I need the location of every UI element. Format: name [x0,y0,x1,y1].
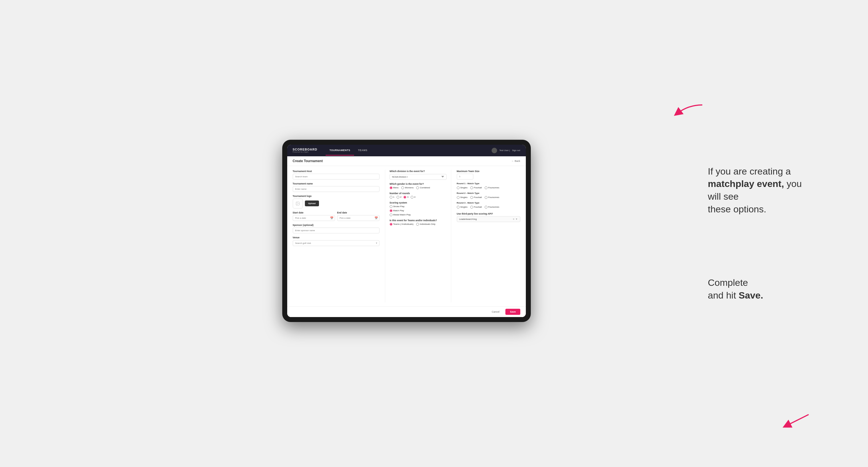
round1-fourball-label: Fourball [474,186,482,189]
round1-singles-label: Singles [460,186,468,189]
venue-input[interactable] [293,240,379,246]
round3-fourball[interactable]: Fourball [470,206,482,209]
cancel-button[interactable]: Cancel [488,309,503,315]
nav-user-area: Test User | Sign out [492,148,520,153]
teams-radio-group: Teams (+Individuals) Individuals Only [390,223,446,226]
round1-options: Singles Fourball Foursomes [457,186,520,189]
tablet-screen: SCOREBOARD Powered by clippit TOURNAMENT… [287,145,526,317]
round2-foursomes[interactable]: Foursomes [485,196,499,199]
round2-label: Round 2 - Match Type [457,192,520,194]
scoring-radio-group: Stroke Play Match Play Medal Match Play [390,205,446,216]
round2-fourball-label: Fourball [474,196,482,198]
individuals-option[interactable]: Individuals Only [416,223,435,226]
annotation-top: If you are creating a matchplay event, y… [708,165,851,216]
scoring-group: Scoring system Stroke Play Match Play [390,201,446,216]
round-2[interactable]: 2 [397,196,401,198]
round-2-label: 2 [400,196,401,198]
third-party-select-wrapper[interactable]: Leaderboard King × ▼ [457,216,520,222]
logo-upload-area: Upload [293,198,379,209]
venue-group: Venue ▼ [293,236,379,246]
round1-foursomes[interactable]: Foursomes [485,186,499,189]
teams-label: Is this event for Teams and/or Individua… [390,219,446,222]
scoring-medal[interactable]: Medal Match Play [390,214,411,216]
round3-singles-label: Singles [460,206,468,208]
venue-label: Venue [293,236,379,239]
tournament-host-label: Tournament Host [293,170,379,173]
gender-womens[interactable]: Womens [401,186,413,189]
round3-foursomes[interactable]: Foursomes [485,206,499,209]
save-button[interactable]: Save [505,309,520,315]
tournament-host-group: Tournament Host [293,170,379,180]
round-1[interactable]: 1 [390,196,394,198]
venue-dropdown-icon: ▼ [376,242,378,244]
division-label: Which division is the event for? [390,170,446,173]
rounds-radio-group: 1 2 3 4 [390,196,446,198]
date-row: Start date 📅 End date 📅 [293,211,379,221]
main-content: Create Tournament ← Back Tournament Host… [287,156,526,317]
form-col-mid: Which division is the event for? NCAA Di… [385,170,451,302]
end-date-group: End date 📅 [337,211,379,221]
logo-title: SCOREBOARD [293,148,317,151]
nav-tabs: TOURNAMENTS TEAMS [326,146,492,155]
gender-combined[interactable]: Combined [416,186,430,189]
tournament-name-label: Tournament name [293,182,379,185]
gender-womens-label: Womens [405,186,413,189]
end-date-input[interactable] [337,215,379,221]
round1-foursomes-label: Foursomes [488,186,499,189]
avatar [492,148,497,153]
round1-singles[interactable]: Singles [457,186,468,189]
scoring-stroke[interactable]: Stroke Play [390,205,405,208]
round2-fourball[interactable]: Fourball [470,196,482,199]
round1-fourball[interactable]: Fourball [470,186,482,189]
third-party-clear-icon[interactable]: × [513,218,515,221]
tournament-name-input[interactable] [293,186,379,192]
logo-placeholder [293,198,303,209]
start-date-label: Start date [293,211,335,214]
gender-combined-label: Combined [420,186,430,189]
round-4[interactable]: 4 [411,196,415,198]
start-date-group: Start date 📅 [293,211,335,221]
tab-tournaments[interactable]: TOURNAMENTS [326,146,354,155]
round-3[interactable]: 3 [403,196,408,198]
annotation-area: If you are creating a matchplay event, y… [708,165,851,302]
round3-singles[interactable]: Singles [457,206,468,209]
tournament-host-input[interactable] [293,174,379,180]
end-date-wrapper: 📅 [337,215,379,221]
gender-mens[interactable]: Mens [390,186,399,189]
gender-label: Which gender is the event for? [390,183,446,185]
third-party-group: Use third-party live scoring API? Leader… [457,212,520,222]
user-name: Test User | [499,149,510,152]
signout-link[interactable]: Sign out [512,149,520,152]
round3-fourball-label: Fourball [474,206,482,208]
division-group: Which division is the event for? NCAA Di… [390,170,446,180]
teams-option[interactable]: Teams (+Individuals) [390,223,414,226]
gender-radio-group: Mens Womens Combined [390,186,446,189]
form-col-left: Tournament Host Tournament name Tourname… [293,170,379,302]
gender-mens-label: Mens [393,186,399,189]
tab-teams[interactable]: TEAMS [354,146,371,155]
round2-singles[interactable]: Singles [457,196,468,199]
form-col-right: Maximum Team Size Round 1 - Match Type S… [457,170,520,302]
max-team-size-group: Maximum Team Size [457,170,520,180]
page-header: Create Tournament ← Back [287,156,526,166]
nav-logo: SCOREBOARD Powered by clippit [293,148,317,153]
tablet-frame: SCOREBOARD Powered by clippit TOURNAMENT… [282,140,531,322]
back-link[interactable]: ← Back [512,160,520,162]
tournament-logo-label: Tournament logo [293,195,379,197]
round3-match-type: Round 3 - Match Type Singles Fourball [457,201,520,209]
nav-bar: SCOREBOARD Powered by clippit TOURNAMENT… [287,145,526,156]
round2-foursomes-label: Foursomes [488,196,499,198]
scoring-match[interactable]: Match Play [390,209,404,212]
round1-label: Round 1 - Match Type [457,182,520,185]
start-date-input[interactable] [293,215,335,221]
round-1-label: 1 [393,196,394,198]
division-select[interactable]: NCAA Division I [390,174,446,180]
round3-options: Singles Fourball Foursomes [457,206,520,209]
arrow-bottom-annotation [781,412,814,428]
scoring-match-label: Match Play [393,209,404,212]
end-date-label: End date [337,211,379,214]
sponsor-input[interactable] [293,227,379,234]
gender-group: Which gender is the event for? Mens Wome… [390,183,446,189]
upload-button[interactable]: Upload [305,200,319,206]
max-team-size-input[interactable] [457,174,473,180]
